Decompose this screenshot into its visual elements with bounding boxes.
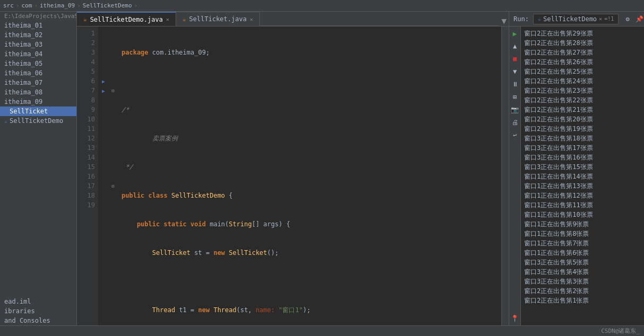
console-line: 窗口3正在出售第16张票 (524, 153, 641, 162)
console-line: 窗口1正在出售第14张票 (524, 172, 641, 181)
console-line: 窗口3正在出售第18张票 (524, 134, 641, 143)
code-line-4: 卖票案例 (121, 134, 497, 143)
code-line-10: Thread t1 = new Thread(st, name: "窗口1"); (121, 305, 497, 315)
tab-sellticketdemo[interactable]: ☕ SellTicketDemo.java ✕ (77, 12, 176, 26)
sidebar-item-sellticket[interactable]: ☕SellTicket (0, 107, 76, 116)
pin-btn[interactable]: 📌 (634, 14, 644, 24)
sidebar-item-itheima07[interactable]: itheima_07 (0, 78, 76, 87)
pause-btn[interactable]: ⏸ (510, 79, 520, 89)
code-line-1: package com.itheima_09; (121, 48, 497, 57)
sidebar-item-itheima03[interactable]: itheima_03 (0, 40, 76, 49)
layout-btn[interactable]: ⊞ (510, 92, 520, 102)
console-line: 窗口2正在出售第26张票 (524, 57, 641, 67)
console-line: 窗口3正在出售第5张票 (524, 258, 641, 267)
console-line: 窗口2正在出售第23张票 (524, 86, 641, 95)
sidebar-item-itheima06[interactable]: itheima_06 (0, 68, 76, 78)
console-line: 窗口1正在出售第13张票 (524, 181, 641, 191)
console-line: 窗口2正在出售第29张票 (524, 29, 641, 38)
sidebar-item-libraries[interactable]: ibraries (0, 306, 76, 316)
console-line: 窗口2正在出售第19张票 (524, 124, 641, 134)
stop-btn[interactable]: ■ (510, 54, 520, 64)
code-line-8: SellTicket st = new SellTicket(); (121, 248, 497, 258)
console-line: 窗口3正在出售第4张票 (524, 267, 641, 277)
console-line: 窗口1正在出售第11张票 (524, 200, 641, 210)
pin2-btn[interactable]: 📍 (510, 314, 520, 323)
line-numbers: 1 2 3 4 5 6 7 8 9 10 11 12 13 14 15 16 1… (77, 26, 98, 325)
collapse-17[interactable]: ⊟ (111, 183, 114, 189)
console-line: 窗口3正在出售第17张票 (524, 143, 641, 153)
sidebar-item-itheima04[interactable]: itheima_04 (0, 49, 76, 59)
code-line-7: public static void main(String[] args) { (121, 219, 497, 229)
run-tab[interactable]: ☕ SellTicketDemo ✕ =!1 (533, 14, 619, 24)
sidebar-item-readiml[interactable]: ead.iml (0, 297, 76, 306)
breadcrumb: src › com › itheima_09 › SellTicketDemo … (3, 2, 137, 9)
console-line: 窗口2正在出售第22张票 (524, 95, 641, 105)
console-line: 窗口1正在出售第6张票 (524, 248, 641, 258)
project-path: E:\IdeaProjects\JavaSE_... (0, 12, 76, 21)
code-line-6: public class SellTicketDemo { (121, 191, 497, 200)
collapse-gutter: ⊟ ⊟ (109, 26, 117, 325)
sidebar-item-consoles[interactable]: and Consoles (0, 316, 76, 325)
run-tab-icon: ☕ (538, 16, 541, 22)
gutter-arrow-6[interactable]: ▶ (102, 78, 105, 84)
scroll-up-btn[interactable]: ▲ (510, 41, 520, 51)
run-panel: Run: ☕ SellTicketDemo ✕ =!1 ⚙ 📌 ▶ ▲ ■ ▼ … (509, 12, 644, 325)
sidebar: E:\IdeaProjects\JavaSE_... itheima_01 it… (0, 12, 77, 325)
sidebar-item-itheima09[interactable]: itheima_09 (0, 97, 76, 107)
sidebar-item-itheima02[interactable]: itheima_02 (0, 30, 76, 40)
console-line: 窗口2正在出售第25张票 (524, 67, 641, 76)
code-line-9 (121, 277, 497, 286)
tab-label2: SellTicket.java (189, 15, 247, 23)
code-editor[interactable]: 1 2 3 4 5 6 7 8 9 10 11 12 13 14 15 16 1… (77, 26, 509, 325)
run-tab-num: =!1 (604, 16, 614, 22)
console-line: 窗口2正在出售第1张票 (524, 296, 641, 305)
editor-scroll-bar[interactable] (501, 26, 509, 325)
console-line: 窗口1正在出售第9张票 (524, 219, 641, 229)
console-line: 窗口2正在出售第20张票 (524, 114, 641, 124)
gutter: ▶ ▶ (98, 26, 109, 325)
sidebar-item-itheima05[interactable]: itheima_05 (0, 59, 76, 68)
breadcrumb-com: com (22, 2, 32, 9)
tab-java-icon2: ☕ (182, 16, 186, 23)
tab-sellticket[interactable]: ☕ SellTicket.java ✕ (176, 12, 260, 26)
breadcrumb-pkg: itheima_09 (40, 2, 75, 9)
console-output: 窗口2正在出售第29张票窗口2正在出售第28张票窗口2正在出售第27张票窗口2正… (521, 26, 644, 325)
run-panel-header: Run: ☕ SellTicketDemo ✕ =!1 ⚙ 📌 (509, 12, 644, 26)
wrap-btn[interactable]: ↩ (510, 130, 520, 140)
scroll-down-btn[interactable]: ▼ (510, 67, 520, 76)
console-line: 窗口2正在出售第28张票 (524, 38, 641, 48)
console-line: 窗口3正在出售第3张票 (524, 277, 641, 286)
editor-scroll-indicator: ▼ (501, 16, 507, 26)
editor-area: ☕ SellTicketDemo.java ✕ ☕ SellTicket.jav… (77, 12, 509, 325)
sidebar-item-itheima08[interactable]: itheima_08 (0, 87, 76, 97)
tab-close-btn[interactable]: ✕ (166, 16, 169, 22)
vertical-run-toolbar: ▶ ▲ ■ ▼ ⏸ ⊞ 📷 🖨 ↩ 📍 (509, 26, 521, 325)
sidebar-item-itheima01[interactable]: itheima_01 (0, 21, 76, 30)
console-line: 窗口2正在出售第21张票 (524, 105, 641, 114)
code-line-5: */ (121, 162, 497, 172)
gutter-arrow-7[interactable]: ▶ (102, 88, 105, 94)
collapse-7[interactable]: ⊟ (111, 88, 114, 93)
run-toolbar: ⚙ 📌 (623, 14, 644, 24)
camera-btn[interactable]: 📷 (510, 105, 520, 114)
console-line: 窗口1正在出售第8张票 (524, 229, 641, 238)
console-line: 窗口1正在出售第10张票 (524, 210, 641, 219)
bottom-bar: CSDN@诸葛东_ (0, 325, 644, 336)
run-tab-indicator: ✕ (599, 16, 602, 22)
run-btn[interactable]: ▶ (510, 29, 520, 38)
console-line: 窗口2正在出售第27张票 (524, 48, 641, 57)
console-line: 窗口1正在出售第7张票 (524, 238, 641, 248)
breadcrumb-src: src (3, 2, 14, 9)
code-line-2 (121, 76, 497, 86)
console-line: 窗口1正在出售第12张票 (524, 191, 641, 200)
settings-btn[interactable]: ⚙ (623, 14, 632, 24)
print-btn[interactable]: 🖨 (510, 118, 520, 127)
tab-java-icon: ☕ (83, 16, 87, 23)
code-content[interactable]: package com.itheima_09; /* 卖票案例 */ publi… (117, 26, 501, 325)
breadcrumb-class: SellTicketDemo (83, 2, 132, 9)
run-tab-label: SellTicketDemo (543, 15, 597, 23)
sidebar-item-sellticketdemo[interactable]: ☕SellTicketDemo (0, 116, 76, 126)
tab-label: SellTicketDemo.java (90, 16, 163, 23)
watermark: CSDN@诸葛东_ (601, 327, 640, 335)
tab-close-btn2[interactable]: ✕ (250, 16, 253, 22)
